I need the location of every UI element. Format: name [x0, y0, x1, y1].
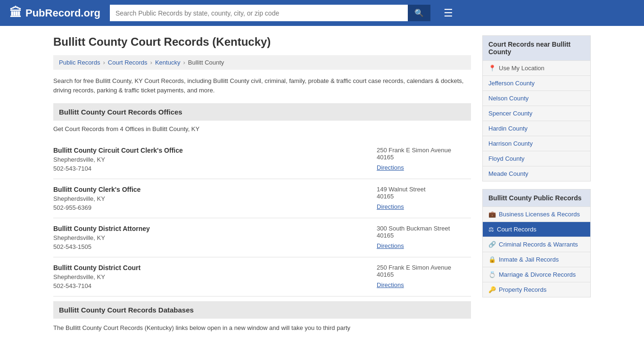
search-icon: 🔍	[414, 9, 424, 17]
logo-text: PubRecord.org	[25, 7, 100, 19]
office-street: 149 Walnut Street	[377, 186, 471, 193]
office-name: Bullitt County District Court	[53, 264, 377, 272]
office-zip: 40165	[377, 271, 471, 278]
breadcrumb-sep-1: ›	[103, 59, 105, 66]
directions-link[interactable]: Directions	[377, 242, 404, 249]
hamburger-icon: ☰	[444, 7, 453, 19]
public-records-item[interactable]: 💼 Business Licenses & Records	[483, 206, 590, 222]
public-records-item[interactable]: 🔑 Property Records	[483, 282, 590, 297]
page-title: Bullitt County Court Records (Kentucky)	[53, 35, 471, 49]
office-address: 149 Walnut Street 40165 Directions	[377, 186, 471, 210]
nearby-counties-list: Jefferson CountyNelson CountySpencer Cou…	[483, 75, 590, 181]
databases-description: The Bullitt County Court Records (Kentuc…	[53, 323, 471, 333]
directions-link[interactable]: Directions	[377, 164, 404, 171]
office-info: Bullitt County Clerk's Office Shepherdsv…	[53, 186, 377, 211]
nearby-county-item[interactable]: Spencer County	[483, 106, 590, 121]
record-type-icon: 🔑	[488, 286, 496, 293]
use-location-button[interactable]: 📍 Use My Location	[483, 60, 590, 75]
office-address: 250 Frank E Simon Avenue 40165 Direction…	[377, 147, 471, 171]
office-city: Shepherdsville, KY	[53, 195, 377, 202]
office-count: Get Court Records from 4 Offices in Bull…	[53, 125, 471, 132]
office-city: Shepherdsville, KY	[53, 234, 377, 241]
office-zip: 40165	[377, 232, 471, 239]
office-name: Bullitt County District Attorney	[53, 225, 377, 232]
public-records-list: 💼 Business Licenses & Records ⚖ Court Re…	[483, 206, 590, 297]
public-records-item[interactable]: 💍 Marriage & Divorce Records	[483, 267, 590, 282]
menu-button[interactable]: ☰	[444, 7, 453, 19]
sidebar: Court Records near Bullitt County 📍 Use …	[482, 35, 591, 333]
record-type-label: Business Licenses & Records	[499, 211, 580, 218]
record-type-icon: 💍	[488, 271, 496, 278]
record-type-icon: 🔒	[488, 256, 496, 263]
nearby-county-item[interactable]: Meade County	[483, 166, 590, 181]
office-street: 250 Frank E Simon Avenue	[377, 264, 471, 271]
office-phone: 502-543-7104	[53, 165, 377, 172]
nearby-section: Court Records near Bullitt County 📍 Use …	[482, 35, 591, 181]
directions-link[interactable]: Directions	[377, 281, 404, 288]
offices-list: Bullitt County Circuit Court Clerk's Off…	[53, 140, 471, 296]
search-bar: 🔍	[110, 5, 430, 21]
nearby-county-item[interactable]: Hardin County	[483, 121, 590, 136]
main-container: Bullitt County Court Records (Kentucky) …	[44, 26, 600, 342]
office-street: 250 Frank E Simon Avenue	[377, 147, 471, 154]
pin-icon: 📍	[488, 65, 496, 72]
public-records-item[interactable]: ⚖ Court Records	[483, 222, 590, 237]
content-area: Bullitt County Court Records (Kentucky) …	[53, 35, 471, 333]
record-type-icon: ⚖	[488, 226, 494, 233]
office-name: Bullitt County Circuit Court Clerk's Off…	[53, 147, 377, 154]
nearby-county-item[interactable]: Nelson County	[483, 90, 590, 106]
breadcrumb: Public Records › Court Records › Kentuck…	[53, 55, 471, 70]
nearby-county-item[interactable]: Jefferson County	[483, 75, 590, 90]
public-records-header: Bullitt County Public Records	[483, 189, 590, 206]
office-zip: 40165	[377, 193, 471, 200]
record-type-label: Marriage & Divorce Records	[499, 271, 576, 278]
breadcrumb-sep-2: ›	[150, 59, 152, 66]
office-info: Bullitt County Circuit Court Clerk's Off…	[53, 147, 377, 172]
breadcrumb-sep-3: ›	[183, 59, 185, 66]
logo-icon: 🏛	[9, 6, 22, 20]
nearby-county-item[interactable]: Harrison County	[483, 136, 590, 151]
search-button[interactable]: 🔍	[408, 5, 430, 21]
record-type-label: Criminal Records & Warrants	[499, 241, 578, 248]
breadcrumb-current: Bullitt County	[188, 59, 224, 66]
record-type-label: Property Records	[499, 286, 546, 293]
office-entry: Bullitt County District Attorney Shepher…	[53, 218, 471, 257]
breadcrumb-public-records[interactable]: Public Records	[59, 59, 100, 66]
record-type-icon: 🔗	[488, 241, 496, 248]
site-header: 🏛 PubRecord.org 🔍 ☰	[0, 0, 644, 26]
office-entry: Bullitt County Clerk's Office Shepherdsv…	[53, 179, 471, 218]
record-type-icon: 💼	[488, 211, 496, 218]
nearby-county-item[interactable]: Floyd County	[483, 151, 590, 166]
breadcrumb-kentucky[interactable]: Kentucky	[155, 59, 180, 66]
nearby-header: Court Records near Bullitt County	[483, 36, 590, 60]
office-city: Shepherdsville, KY	[53, 273, 377, 280]
breadcrumb-court-records[interactable]: Court Records	[108, 59, 148, 66]
office-info: Bullitt County District Court Shepherdsv…	[53, 264, 377, 289]
public-records-item[interactable]: 🔒 Inmate & Jail Records	[483, 252, 590, 267]
office-zip: 40165	[377, 154, 471, 161]
office-entry: Bullitt County District Court Shepherdsv…	[53, 257, 471, 296]
office-phone: 502-543-1505	[53, 243, 377, 250]
office-address: 250 Frank E Simon Avenue 40165 Direction…	[377, 264, 471, 288]
office-phone: 502-955-6369	[53, 204, 377, 211]
office-street: 300 South Buckman Street	[377, 225, 471, 232]
office-phone: 502-543-7104	[53, 282, 377, 289]
office-city: Shepherdsville, KY	[53, 156, 377, 163]
office-entry: Bullitt County Circuit Court Clerk's Off…	[53, 140, 471, 179]
page-description: Search for free Bullitt County, KY Court…	[53, 76, 471, 95]
record-type-label: Inmate & Jail Records	[499, 256, 559, 263]
office-address: 300 South Buckman Street 40165 Direction…	[377, 225, 471, 249]
logo[interactable]: 🏛 PubRecord.org	[9, 6, 100, 20]
office-info: Bullitt County District Attorney Shepher…	[53, 225, 377, 250]
public-records-item[interactable]: 🔗 Criminal Records & Warrants	[483, 237, 590, 252]
record-type-label: Court Records	[497, 226, 537, 233]
databases-section-header: Bullitt County Court Records Databases	[53, 301, 471, 319]
offices-section-header: Bullitt County Court Records Offices	[53, 103, 471, 121]
use-location-label: Use My Location	[499, 65, 545, 72]
directions-link[interactable]: Directions	[377, 203, 404, 210]
office-name: Bullitt County Clerk's Office	[53, 186, 377, 193]
search-input[interactable]	[110, 5, 408, 21]
public-records-section: Bullitt County Public Records 💼 Business…	[482, 189, 591, 297]
